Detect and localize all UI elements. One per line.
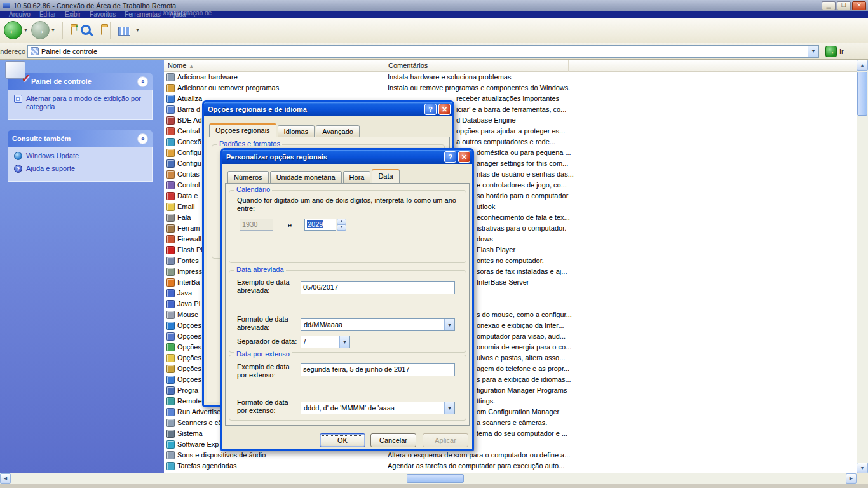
- item-icon: [166, 235, 175, 243]
- go-label: Ir: [839, 48, 844, 55]
- help-button[interactable]: ?: [444, 151, 456, 163]
- sidebar-link-label: Alternar para o modo de exibição por cat…: [26, 95, 147, 111]
- go-arrow-icon: →: [825, 46, 837, 57]
- tab-opções-regionais[interactable]: Opções regionais: [209, 123, 276, 137]
- back-dropdown-icon[interactable]: ▼: [24, 28, 28, 32]
- up-button[interactable]: ↑: [71, 27, 72, 34]
- item-icon: [166, 127, 175, 135]
- spin-down-icon[interactable]: ▼: [337, 224, 346, 231]
- long-date-format-combo[interactable]: dddd, d' de 'MMMM' de 'aaaa ▼: [301, 402, 455, 414]
- control-panel-sidebar: ✓ Painel de controle » Alternar para o m…: [0, 60, 164, 473]
- item-icon: [166, 332, 175, 341]
- chevron-up-icon[interactable]: »: [137, 133, 148, 144]
- go-button[interactable]: → Ir: [825, 46, 844, 57]
- menu-item-favoritos[interactable]: Favoritos: [90, 11, 116, 18]
- back-button[interactable]: ←: [4, 21, 22, 39]
- group-legend: Data por extenso: [234, 350, 292, 358]
- control-panel-small-icon: [31, 47, 39, 55]
- tab-data[interactable]: Data: [372, 169, 399, 183]
- item-icon: [166, 300, 175, 308]
- tab-unidade-monetária[interactable]: Unidade monetária: [270, 171, 342, 183]
- toolbar-separator: [62, 22, 63, 39]
- scroll-up-icon[interactable]: ▲: [857, 60, 868, 71]
- ok-button[interactable]: OK: [320, 433, 365, 447]
- sidebar-item-windows-update[interactable]: Windows Update: [14, 152, 147, 160]
- chevron-up-icon[interactable]: »: [137, 76, 148, 87]
- long-date-group: Data por extenso Exemplo de data por ext…: [229, 355, 466, 421]
- list-row[interactable]: Adicionar hardwareInstala hardware e sol…: [164, 72, 857, 83]
- long-date-example-label: Exemplo de data por extenso:: [237, 363, 298, 379]
- item-icon: [166, 84, 175, 92]
- dialog-title-bar[interactable]: Opções regionais e de idioma ? ✕: [204, 102, 452, 116]
- address-value: Painel de controle: [41, 48, 97, 55]
- menu-item-arquivo[interactable]: Arquivo: [9, 11, 31, 18]
- menu-item-editar[interactable]: Editar: [39, 11, 56, 18]
- tab-números[interactable]: Números: [227, 171, 269, 183]
- item-icon: [166, 376, 175, 384]
- column-header-comments[interactable]: Comentários: [384, 60, 569, 72]
- chevron-down-icon[interactable]: ▼: [444, 402, 454, 414]
- views-dropdown-icon[interactable]: ▼: [135, 28, 140, 32]
- item-icon: [166, 257, 175, 265]
- close-button[interactable]: ✕: [438, 104, 451, 115]
- folders-icon: [101, 26, 102, 35]
- item-icon: [166, 105, 175, 114]
- short-date-example-label: Exemplo de data abreviada:: [237, 278, 298, 295]
- tab-avançado[interactable]: Avançado: [316, 125, 360, 137]
- menu-item-exibir[interactable]: Exibir: [65, 11, 81, 18]
- item-icon: [166, 322, 175, 330]
- year-spinner[interactable]: ▲ ▼: [337, 219, 346, 231]
- chevron-down-icon[interactable]: ▼: [339, 336, 349, 348]
- short-date-example-input[interactable]: 05/06/2017: [301, 281, 455, 294]
- item-icon: [166, 440, 175, 449]
- minimize-button[interactable]: ▁: [822, 1, 836, 10]
- date-separator-combo[interactable]: / ▼: [301, 336, 350, 348]
- vertical-scroll-thumb[interactable]: [857, 72, 867, 116]
- address-dropdown-button[interactable]: ▼: [808, 46, 818, 57]
- scroll-right-icon[interactable]: ▶: [846, 473, 857, 484]
- chevron-down-icon[interactable]: ▼: [444, 319, 454, 330]
- spin-up-icon[interactable]: ▲: [337, 219, 346, 224]
- item-icon: [166, 159, 175, 168]
- column-header-name[interactable]: Nome▲: [164, 60, 384, 72]
- and-label: e: [288, 221, 292, 229]
- scroll-left-icon[interactable]: ◀: [0, 473, 11, 484]
- tab-hora[interactable]: Hora: [343, 171, 371, 183]
- close-button[interactable]: ✕: [852, 1, 866, 10]
- rdp-title-bar[interactable]: 10.50.62.86 - Conexão de Área de Trabalh…: [0, 0, 868, 11]
- apply-button[interactable]: Aplicar: [423, 433, 468, 447]
- scroll-down-icon[interactable]: ▼: [857, 463, 868, 473]
- search-button[interactable]: [79, 24, 93, 37]
- forward-dropdown-icon[interactable]: ▼: [51, 28, 55, 32]
- short-date-format-combo[interactable]: dd/MM/aaaa ▼: [301, 318, 455, 331]
- long-date-example-input[interactable]: segunda-feira, 5 de junho de 2017: [301, 363, 455, 376]
- item-icon: [166, 149, 175, 157]
- scrollbar-corner: [857, 473, 868, 484]
- sort-ascending-icon: ▲: [189, 64, 194, 69]
- sidebar-item-category-view[interactable]: Alternar para o modo de exibição por cat…: [14, 95, 147, 111]
- list-row[interactable]: Sons e dispositivos de áudioAltera o esq…: [164, 450, 857, 461]
- vertical-scrollbar[interactable]: ▲ ▼: [857, 60, 868, 473]
- group-legend: Padrões e formatos: [217, 140, 282, 147]
- menu-item-ferramentas[interactable]: Ferramentas: [125, 11, 161, 18]
- list-row[interactable]: Tarefas agendadasAgendar as tarefas do c…: [164, 461, 857, 471]
- dialog-title-bar[interactable]: Personalizar opções regionais ? ✕: [222, 150, 472, 164]
- item-icon: [166, 289, 175, 297]
- sidebar-panel-header: Consulte também »: [8, 130, 153, 147]
- help-button[interactable]: ?: [424, 104, 437, 115]
- sidebar-item-help-support[interactable]: ? Ajuda e suporte: [14, 165, 147, 173]
- list-row[interactable]: Adicionar ou remover programasInstala ou…: [164, 83, 857, 93]
- year-to-input[interactable]: 2029: [304, 219, 336, 231]
- folders-button[interactable]: [101, 27, 102, 34]
- horizontal-scrollbar[interactable]: ◀ ▶: [0, 473, 857, 484]
- address-input[interactable]: Painel de controle ▼: [27, 45, 819, 58]
- tab-idiomas[interactable]: Idiomas: [278, 125, 315, 137]
- horizontal-scroll-thumb[interactable]: [407, 474, 464, 483]
- restore-button[interactable]: ❐: [837, 1, 851, 10]
- forward-button[interactable]: →: [31, 21, 50, 39]
- views-button[interactable]: [118, 27, 130, 36]
- two-digit-year-prompt: Quando for digitado um ano de dois dígit…: [237, 196, 459, 213]
- close-button[interactable]: ✕: [458, 151, 470, 163]
- cancel-button[interactable]: Cancelar: [370, 433, 416, 447]
- menu-items: ArquivoEditarExibirFavoritosFerramentasA…: [0, 11, 186, 18]
